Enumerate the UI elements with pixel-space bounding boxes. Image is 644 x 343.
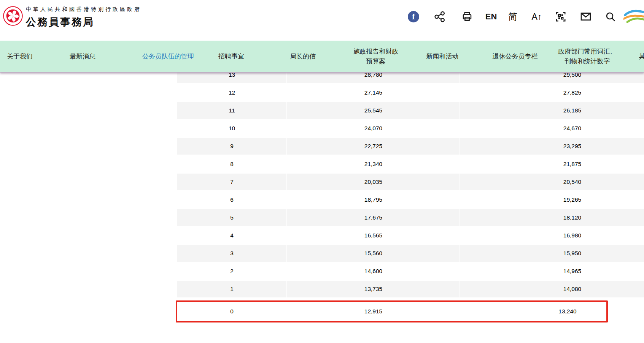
salary-cell: 26,185 <box>460 102 644 119</box>
nav-item-secretary-letter[interactable]: 局长的信 <box>290 41 316 73</box>
language-simplified-button[interactable]: 简 <box>508 8 517 26</box>
salary-cell: 23,295 <box>460 138 644 155</box>
hksar-emblem-logo[interactable] <box>3 6 23 26</box>
site-header: 中華人民共和國香港特別行政區政府 公務員事務局 f EN <box>0 0 644 41</box>
table-row: 4 16,565 16,980 <box>177 227 644 244</box>
page: 中華人民共和國香港特別行政區政府 公務員事務局 f EN <box>0 0 644 343</box>
table-row: 9 22,725 23,295 <box>177 138 644 155</box>
salary-cell: 18,120 <box>460 209 644 226</box>
pay-point-cell: 1 <box>177 281 287 297</box>
pay-point-cell: 12 <box>177 84 287 101</box>
salary-cell: 13,735 <box>287 281 460 297</box>
qr-code-icon[interactable] <box>555 8 566 26</box>
nav-item-policy-address-budget[interactable]: 施政报告和财政预算案 <box>352 41 400 73</box>
salary-cell: 27,145 <box>287 84 460 101</box>
salary-cell: 24,070 <box>287 120 460 137</box>
salary-cell: 25,545 <box>287 102 460 119</box>
pay-point-cell: 7 <box>177 174 287 190</box>
salary-cell: 21,875 <box>460 156 644 172</box>
table-row: 2 14,600 14,965 <box>177 263 644 280</box>
pay-point-cell: 11 <box>177 102 287 119</box>
table-row: 7 20,035 20,540 <box>177 174 644 190</box>
salary-cell: 14,600 <box>287 263 460 280</box>
salary-cell: 20,035 <box>287 174 460 190</box>
salary-cell: 21,340 <box>287 156 460 172</box>
site-title-block: 中華人民共和國香港特別行政區政府 公務員事務局 <box>26 6 142 29</box>
pay-scale-table: 13 28,780 29,500 12 27,145 27,825 11 25,… <box>177 66 644 299</box>
salary-cell: 17,675 <box>287 209 460 226</box>
brand-hk-logo <box>623 8 644 26</box>
pay-point-cell: 8 <box>177 156 287 172</box>
government-line: 中華人民共和國香港特別行政區政府 <box>26 6 142 13</box>
print-icon[interactable] <box>461 8 473 26</box>
salary-cell: 13,240 <box>460 303 606 320</box>
pay-point-cell: 10 <box>177 120 287 137</box>
mail-icon[interactable] <box>580 8 592 26</box>
table-row: 10 24,070 24,670 <box>177 120 644 137</box>
pay-point-cell: 5 <box>177 209 287 226</box>
table-row: 1 13,735 14,080 <box>177 281 644 297</box>
bureau-name: 公務員事務局 <box>26 15 142 29</box>
pay-point-cell: 2 <box>177 263 287 280</box>
table-row: 5 17,675 18,120 <box>177 209 644 226</box>
salary-cell: 16,565 <box>287 227 460 244</box>
nav-item-news[interactable]: 最新消息 <box>70 41 95 73</box>
facebook-icon[interactable]: f <box>408 8 419 26</box>
nav-item-about[interactable]: 关于我们 <box>7 41 33 73</box>
nav-item-retired-civil-servants[interactable]: 退休公务员专栏 <box>493 41 538 73</box>
language-en-button[interactable]: EN <box>485 8 497 26</box>
salary-cell: 18,795 <box>287 191 460 208</box>
table-row: 11 25,545 26,185 <box>177 102 644 119</box>
table-row: 12 27,145 27,825 <box>177 84 644 101</box>
pay-point-cell: 0 <box>177 303 287 320</box>
salary-cell: 14,965 <box>460 263 644 280</box>
salary-cell: 24,670 <box>460 120 644 137</box>
salary-cell: 19,265 <box>460 191 644 208</box>
search-icon[interactable] <box>604 8 617 26</box>
nav-item-civil-service-management[interactable]: 公务员队伍的管理 <box>135 41 202 73</box>
highlighted-row-annotation: 0 12,915 13,240 <box>176 300 608 322</box>
nav-item-other[interactable]: 其 <box>639 41 644 73</box>
pay-point-cell: 4 <box>177 227 287 244</box>
share-icon[interactable] <box>434 8 445 26</box>
salary-cell: 12,915 <box>287 303 460 320</box>
salary-cell: 15,950 <box>460 245 644 262</box>
table-row: 6 18,795 19,265 <box>177 191 644 208</box>
salary-cell: 27,825 <box>460 84 644 101</box>
salary-cell: 14,080 <box>460 281 644 297</box>
nav-item-recruitment[interactable]: 招聘事宜 <box>218 41 244 73</box>
table-row: 8 21,340 21,875 <box>177 156 644 172</box>
pay-point-cell: 6 <box>177 191 287 208</box>
salary-cell: 20,540 <box>460 174 644 190</box>
nav-item-glossary-publications-statistics[interactable]: 政府部门常用词汇、刊物和统计数字 <box>556 41 619 73</box>
font-size-button[interactable]: A↑ <box>532 8 542 26</box>
salary-cell: 16,980 <box>460 227 644 244</box>
salary-cell: 15,560 <box>287 245 460 262</box>
pay-point-cell: 9 <box>177 138 287 155</box>
main-navigation: 关于我们 最新消息 公务员队伍的管理 招聘事宜 局长的信 施政报告和财政预算案 … <box>0 41 644 73</box>
table-row-highlighted: 0 12,915 13,240 <box>177 303 606 320</box>
nav-item-news-events[interactable]: 新闻和活动 <box>426 41 459 73</box>
table-row: 3 15,560 15,950 <box>177 245 644 262</box>
pay-point-cell: 3 <box>177 245 287 262</box>
salary-cell: 22,725 <box>287 138 460 155</box>
